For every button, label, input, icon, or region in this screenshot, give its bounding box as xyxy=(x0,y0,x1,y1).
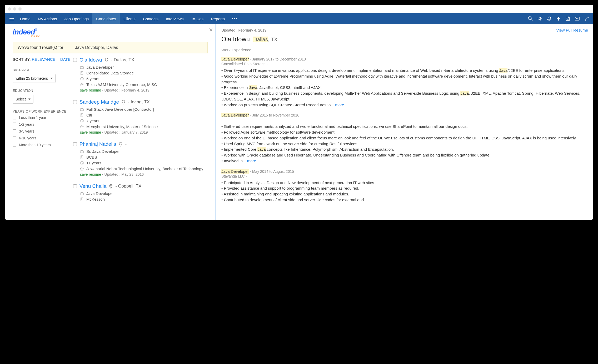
bullet-text: • Followed Agile software methodology fo… xyxy=(221,129,588,135)
nav-contacts[interactable]: Contacts xyxy=(139,13,162,24)
results-label: We've found result(s) for: xyxy=(18,45,64,50)
briefcase-icon xyxy=(80,150,84,153)
clock-icon xyxy=(80,161,84,165)
sort-row: SORT BY: RELEVANCE | DATE xyxy=(13,57,73,62)
checkbox-icon[interactable] xyxy=(13,123,16,126)
updated-text: - Updated : February 4, 2019 xyxy=(102,88,150,92)
building-icon xyxy=(80,71,84,75)
distance-select[interactable]: within 25 kilometers xyxy=(13,74,56,83)
candidate-name-link[interactable]: Sandeep Mandge xyxy=(79,99,119,105)
svg-point-11 xyxy=(123,101,124,102)
job-title: Java Developer xyxy=(221,113,249,117)
bullet-text: • Used Spring MVC framework on the serve… xyxy=(221,141,588,147)
education-label: EDUCATION xyxy=(13,89,73,93)
bullet-text: • Assisted in maintaining and updating e… xyxy=(221,191,588,197)
years-option[interactable]: 3-5 years xyxy=(13,129,73,133)
checkbox-icon[interactable] xyxy=(13,129,16,133)
traffic-light-close[interactable] xyxy=(8,7,11,11)
nav-my-actions[interactable]: My Actions xyxy=(34,13,61,24)
job-dates: - July 2015 to November 2016 xyxy=(250,113,299,117)
tools-icon[interactable] xyxy=(584,16,589,21)
checkbox-icon[interactable] xyxy=(13,136,16,140)
job-company: Stavanga LLC - xyxy=(221,174,588,178)
svg-rect-6 xyxy=(575,17,579,20)
nav-job-openings[interactable]: Job Openings xyxy=(61,13,93,24)
nav-home[interactable]: Home xyxy=(16,13,34,24)
sort-relevance[interactable]: RELEVANCE xyxy=(32,57,56,62)
bullet-text: • Implemented Core Java concepts like In… xyxy=(221,146,588,152)
more-link[interactable]: ...more xyxy=(244,159,256,163)
svg-point-19 xyxy=(110,185,111,186)
years-option[interactable]: 6-10 years xyxy=(13,136,73,140)
svg-rect-9 xyxy=(81,72,83,75)
education-select[interactable]: Select xyxy=(13,95,33,104)
briefcase-icon xyxy=(80,108,84,111)
checkbox-icon[interactable] xyxy=(13,116,16,119)
svg-point-3 xyxy=(528,17,531,20)
candidate-location: - xyxy=(125,141,127,147)
calendar-icon[interactable]: 31 xyxy=(565,16,570,21)
search-panel: × indeed® resume We've found result(s) f… xyxy=(5,24,216,220)
plus-icon[interactable] xyxy=(556,17,561,21)
filters-sidebar: SORT BY: RELEVANCE | DATE DISTANCE withi… xyxy=(5,57,73,220)
building-icon xyxy=(80,113,84,117)
nav-candidates[interactable]: Candidates xyxy=(92,13,120,24)
job-company: Consolidated Data Storage - xyxy=(221,62,588,66)
mail-icon[interactable] xyxy=(575,17,580,21)
nav-more[interactable] xyxy=(228,13,241,24)
nav-to-dos[interactable]: To-Dos xyxy=(187,13,207,24)
svg-point-1 xyxy=(234,18,235,19)
save-resume-link[interactable]: save resume xyxy=(80,130,101,134)
job-dates: - January 2017 to December 2018 xyxy=(250,57,306,61)
save-resume-link[interactable]: save resume xyxy=(80,172,101,176)
bullet-text: • Good working knowledge of Extreme Prog… xyxy=(221,73,588,85)
clock-icon xyxy=(80,77,84,80)
nav-clients[interactable]: Clients xyxy=(120,13,139,24)
results-list: Ola Idowu- Dallas, TXJava DeveloperConso… xyxy=(73,57,216,220)
svg-point-15 xyxy=(120,143,121,144)
years-option[interactable]: More than 10 years xyxy=(13,143,73,147)
job-block: Java Developer - May 2014 to August 2015… xyxy=(221,169,588,203)
view-full-resume-link[interactable]: View Full Resume xyxy=(556,28,588,32)
traffic-light-minimize[interactable] xyxy=(13,7,16,11)
select-checkbox[interactable] xyxy=(73,184,77,188)
svg-rect-12 xyxy=(80,109,83,111)
traffic-light-maximize[interactable] xyxy=(18,7,22,11)
bullet-text: • Worked with Oracle database and used H… xyxy=(221,152,588,158)
candidate-name-link[interactable]: Venu Challa xyxy=(79,183,106,189)
svg-rect-13 xyxy=(81,114,83,117)
sort-date[interactable]: DATE xyxy=(60,57,71,62)
hamburger-icon[interactable] xyxy=(7,13,16,24)
results-bar: We've found result(s) for: Java Develope… xyxy=(13,42,208,53)
resume-detail-panel: Updated : February 4, 2019 View Full Res… xyxy=(216,24,593,220)
job-dates: - May 2014 to August 2015 xyxy=(250,169,294,174)
megaphone-icon[interactable] xyxy=(537,16,542,21)
results-query: Java Developer, Dallas xyxy=(75,45,118,50)
candidate-card: Venu Challa- Coppell, TXJava DeveloperMc… xyxy=(73,183,210,201)
svg-text:31: 31 xyxy=(567,18,569,20)
candidate-location: - Dallas, TX xyxy=(111,57,134,63)
updated-text: - Updated : May 23, 2016 xyxy=(102,172,144,176)
checkbox-icon[interactable] xyxy=(13,143,16,147)
close-icon[interactable]: × xyxy=(209,26,213,34)
nav-interviews[interactable]: Interviews xyxy=(162,13,187,24)
candidate-name-link[interactable]: Phaniraj Nadella xyxy=(79,141,116,147)
more-link[interactable]: ...more xyxy=(332,103,344,107)
years-option[interactable]: 1-2 years xyxy=(13,122,73,127)
search-icon[interactable] xyxy=(528,16,533,21)
bullet-text: • Contributed to development of client s… xyxy=(221,197,588,203)
candidate-name-link[interactable]: Ola Idowu xyxy=(79,57,102,63)
save-resume-link[interactable]: save resume xyxy=(80,88,101,92)
building-icon xyxy=(80,198,84,201)
candidate-location: - Irving, TX xyxy=(128,99,150,105)
bullet-text: • Gathered user requirements, analyzed a… xyxy=(221,124,588,129)
nav-reports[interactable]: Reports xyxy=(207,13,228,24)
select-checkbox[interactable] xyxy=(73,100,77,104)
select-checkbox[interactable] xyxy=(73,142,77,146)
select-checkbox[interactable] xyxy=(73,58,77,62)
bell-icon[interactable] xyxy=(547,16,552,21)
updated-text: - Updated : January 7, 2019 xyxy=(102,130,148,134)
work-experience-heading: Work Experience xyxy=(221,48,588,52)
education-icon xyxy=(80,125,84,128)
years-option[interactable]: Less than 1 year xyxy=(13,115,73,120)
